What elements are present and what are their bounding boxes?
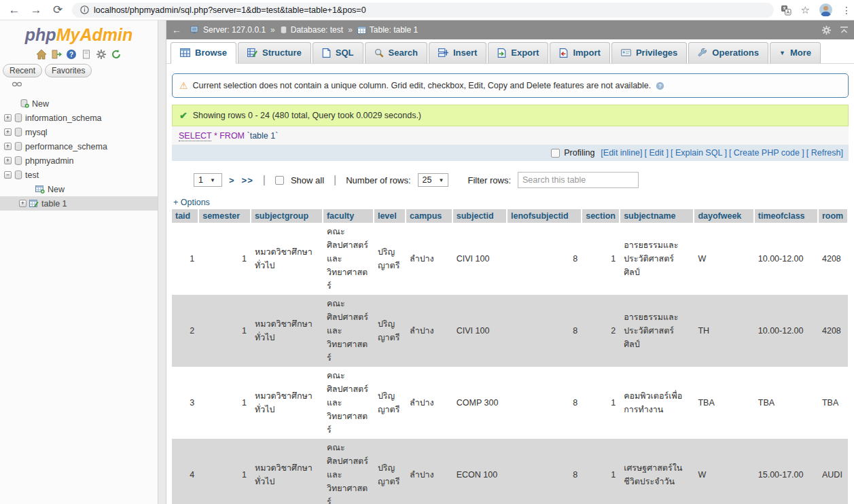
panel-resize-strip[interactable] — [158, 20, 166, 504]
sidebar-item-new[interactable]: New — [0, 96, 158, 111]
tab-export[interactable]: Export — [488, 42, 548, 63]
column-header-timeofclass[interactable]: timeofclass — [754, 209, 818, 223]
query-action-link[interactable]: [ Edit ] — [645, 148, 669, 158]
chrome-menu-icon[interactable]: ⋮ — [842, 5, 847, 16]
export-icon — [497, 48, 506, 58]
breadcrumb-bar: ← Server: 127.0.0.1 » Database: test » T… — [166, 20, 854, 39]
show-all-checkbox[interactable] — [275, 176, 284, 185]
reload-icon[interactable]: ⟳ — [50, 3, 65, 17]
tab-browse[interactable]: Browse — [171, 42, 236, 64]
tab-more[interactable]: ▼ More — [770, 42, 821, 63]
column-header-level[interactable]: level — [374, 209, 406, 223]
page-settings-icon[interactable] — [821, 25, 832, 35]
query-action-link[interactable]: [ Explain SQL ] — [671, 148, 727, 158]
expand-node-icon[interactable] — [19, 200, 26, 207]
cell-level: ปริญญาตรี — [374, 439, 406, 504]
sidebar-item-test[interactable]: test — [0, 168, 158, 182]
page-info-icon[interactable] — [80, 5, 89, 14]
last-page-button[interactable]: >> — [242, 175, 253, 185]
column-header-faculty[interactable]: faculty — [323, 209, 374, 223]
translate-icon[interactable] — [781, 5, 791, 16]
tab-privileges[interactable]: Privileges — [611, 42, 687, 63]
browse-icon — [180, 48, 190, 57]
home-icon[interactable] — [36, 49, 47, 60]
query-action-link[interactable]: [ Create PHP code ] — [729, 148, 804, 158]
docs-icon[interactable] — [81, 49, 92, 60]
database-icon — [14, 170, 22, 179]
column-header-taid[interactable]: taid — [172, 209, 198, 223]
cell-campus: ลำปาง — [406, 223, 452, 295]
warning-help-icon[interactable]: ? — [656, 82, 664, 90]
column-header-subjectgroup[interactable]: subjectgroup — [251, 209, 323, 223]
sidebar-item-performance_schema[interactable]: performance_schema — [0, 139, 158, 154]
cell-level: ปริญญาตรี — [374, 295, 406, 367]
expand-node-icon[interactable] — [4, 128, 12, 136]
collapse-top-icon[interactable] — [840, 26, 849, 34]
unlink-panel-icon[interactable] — [12, 82, 145, 87]
breadcrumb-server[interactable]: Server: 127.0.0.1 — [190, 25, 266, 35]
favorite-tables-button[interactable]: Favorites — [45, 64, 92, 77]
options-toggle[interactable]: + Options — [172, 195, 849, 209]
sidebar-item-mysql[interactable]: mysql — [0, 125, 158, 139]
forward-icon[interactable]: → — [29, 3, 43, 17]
cell-faculty: คณะศิลปศาสตร์และวิทยาศาสตร์ — [323, 367, 374, 439]
sidebar-item-new[interactable]: New — [0, 182, 158, 196]
table-tabs: Browse Structure SQL Search Insert Expor… — [166, 39, 854, 64]
collapse-node-icon[interactable] — [4, 171, 12, 179]
column-header-lenofsubjectid[interactable]: lenofsubjectid — [507, 209, 582, 223]
back-icon[interactable]: ← — [7, 3, 22, 17]
reload-navigation-icon[interactable] — [111, 49, 122, 60]
tab-operations[interactable]: Operations — [688, 42, 768, 63]
profiling-checkbox[interactable] — [551, 149, 560, 158]
tab-structure[interactable]: Structure — [238, 42, 311, 63]
breadcrumb-database[interactable]: Database: test — [280, 25, 343, 35]
collapse-panel-icon[interactable]: ← — [172, 24, 181, 35]
sql-keyword-select[interactable]: SELECT — [179, 131, 211, 141]
profile-avatar[interactable] — [819, 3, 832, 16]
tab-import[interactable]: Import — [550, 42, 609, 63]
url-text[interactable]: localhost/phpmyadmin/sql.php?server=1&db… — [94, 5, 366, 15]
cell-subjectgroup: หมวดวิชาศึกษาทั่วไป — [251, 295, 323, 367]
phpmyadmin-logo[interactable]: phpMyAdmin — [0, 20, 158, 46]
sidebar-item-information_schema[interactable]: information_schema — [0, 111, 158, 125]
tab-search[interactable]: Search — [365, 42, 427, 63]
column-header-subjectid[interactable]: subjectid — [452, 209, 507, 223]
rows-per-page-select[interactable]: 25▼ — [418, 173, 449, 187]
tab-insert[interactable]: Insert — [429, 42, 486, 63]
address-bar[interactable]: localhost/phpmyadmin/sql.php?server=1&db… — [72, 3, 774, 18]
query-action-link[interactable]: [ Refresh] — [806, 148, 843, 158]
warning-text: Current selection does not contain a uni… — [193, 81, 652, 90]
column-header-room[interactable]: room — [818, 209, 848, 223]
warning-message: ⚠ Current selection does not contain a u… — [172, 73, 849, 98]
navigation-panel: phpMyAdmin ? Recent Favorites Newinforma… — [0, 20, 158, 504]
column-header-campus[interactable]: campus — [406, 209, 452, 223]
column-header-dayofweek[interactable]: dayofweek — [694, 209, 753, 223]
bookmark-star-icon[interactable]: ☆ — [801, 4, 810, 16]
column-header-semester[interactable]: semester — [198, 209, 251, 223]
logout-icon[interactable] — [51, 49, 62, 60]
database-icon — [14, 156, 22, 165]
column-header-subjectname[interactable]: subjectname — [620, 209, 694, 223]
expand-node-icon[interactable] — [4, 143, 12, 150]
expand-node-icon[interactable] — [4, 157, 12, 164]
cell-campus: ลำปาง — [406, 367, 452, 439]
tab-sql[interactable]: SQL — [313, 42, 363, 63]
sql-table-name: `table 1` — [245, 131, 278, 141]
next-page-button[interactable]: > — [229, 175, 235, 185]
cell-subjectid: COMP 300 — [452, 367, 507, 439]
search-icon — [374, 48, 384, 58]
help-icon[interactable]: ? — [66, 49, 77, 60]
cell-semester: 1 — [198, 223, 251, 295]
filter-rows-input[interactable] — [518, 172, 639, 188]
sidebar-item-table-1[interactable]: table 1 — [0, 196, 158, 211]
cell-subjectgroup: หมวดวิชาศึกษาทั่วไป — [251, 439, 323, 504]
column-header-section[interactable]: section — [582, 209, 620, 223]
recent-tables-button[interactable]: Recent — [3, 64, 42, 77]
sidebar-item-phpmyadmin[interactable]: phpmyadmin — [0, 154, 158, 168]
expand-node-icon[interactable] — [4, 114, 12, 122]
query-action-link[interactable]: [Edit inline] — [601, 148, 642, 158]
page-select[interactable]: 1▼ — [194, 173, 222, 187]
cell-timeofclass: TBA — [754, 367, 818, 439]
breadcrumb-table[interactable]: Table: table 1 — [357, 25, 418, 35]
settings-icon[interactable] — [96, 49, 107, 60]
